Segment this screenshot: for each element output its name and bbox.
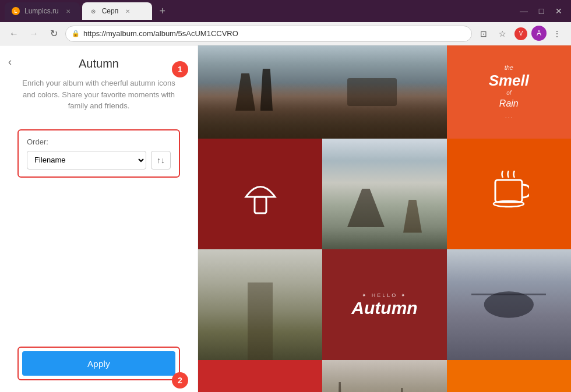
gallery-cup-tile bbox=[447, 139, 571, 249]
window-controls: — □ ✕ bbox=[516, 5, 566, 17]
tab-favicon-cern: ⊗ bbox=[89, 7, 97, 15]
gallery-farm-photo bbox=[198, 249, 322, 360]
gallery-leaf-tile bbox=[447, 360, 571, 392]
gallery-top-photo bbox=[198, 45, 447, 139]
gallery-smell-tile: the Smell of Rain · · · bbox=[447, 45, 571, 139]
tab-close-lumpics[interactable]: ✕ bbox=[64, 6, 73, 16]
address-bar[interactable]: 🔒 https://myalbum.com/album/5sAcUM1CCVRO bbox=[65, 26, 472, 42]
apply-wrapper: Apply bbox=[17, 347, 180, 380]
back-button[interactable]: ← bbox=[6, 26, 22, 42]
maximize-button[interactable]: □ bbox=[534, 5, 549, 17]
badge-2: 2 bbox=[172, 372, 188, 389]
badge-2-label: 2 bbox=[178, 376, 182, 385]
svg-rect-1 bbox=[495, 180, 522, 202]
tab-favicon-lumpics: L bbox=[12, 7, 20, 15]
tab-cern[interactable]: ⊗ Серп ✕ bbox=[82, 2, 152, 20]
tab-label-lumpics: Lumpics.ru bbox=[24, 7, 59, 15]
profile-avatar[interactable]: A bbox=[531, 26, 547, 41]
browser-window: L Lumpics.ru ✕ ⊗ Серп ✕ + — □ ✕ ← → ↻ 🔒 … bbox=[0, 0, 571, 392]
minimize-button[interactable]: — bbox=[516, 5, 531, 17]
hello-autumn-text: ✦ HELLO ✦ Autumn bbox=[351, 292, 417, 317]
gallery-hello-autumn-tile: ✦ HELLO ✦ Autumn bbox=[322, 249, 446, 360]
nav-bar: ← → ↻ 🔒 https://myalbum.com/album/5sAcUM… bbox=[0, 22, 571, 45]
badge-1-label: 1 bbox=[178, 65, 182, 74]
cup-icon bbox=[488, 171, 529, 217]
sidebar-title: Autumn bbox=[17, 57, 180, 70]
bookmark-button[interactable]: ☆ bbox=[494, 26, 510, 42]
refresh-button[interactable]: ↻ bbox=[45, 26, 62, 42]
account-button[interactable]: V bbox=[513, 26, 529, 42]
gallery-snow-photo bbox=[322, 139, 446, 249]
mushroom-icon bbox=[240, 171, 281, 217]
apply-button[interactable]: Apply bbox=[22, 351, 175, 376]
smell-text: the Smell of Rain · · · bbox=[489, 63, 529, 121]
sidebar-back-button[interactable]: ‹ bbox=[8, 56, 12, 68]
gallery-cookie-tile bbox=[198, 360, 322, 392]
tab-label-cern: Серп bbox=[102, 7, 119, 15]
add-tab-button[interactable]: + bbox=[154, 3, 171, 19]
gallery-row-4 bbox=[198, 360, 571, 392]
order-section: Order: Filename Date Name Size ↑↓ bbox=[17, 129, 180, 178]
close-button[interactable]: ✕ bbox=[551, 5, 566, 17]
content-area: ‹ Autumn Enrich your album with cheerful… bbox=[0, 45, 571, 392]
nav-actions: ⊡ ☆ V A ⋮ bbox=[475, 26, 565, 42]
menu-button[interactable]: ⋮ bbox=[549, 26, 565, 42]
order-controls: Filename Date Name Size ↑↓ bbox=[27, 151, 171, 169]
sidebar-description: Enrich your album with cheerful autumn i… bbox=[17, 77, 180, 112]
sort-direction-button[interactable]: ↑↓ bbox=[151, 151, 171, 169]
tab-lumpics[interactable]: L Lumpics.ru ✕ bbox=[5, 2, 80, 20]
gallery-row-3: ✦ HELLO ✦ Autumn bbox=[198, 249, 571, 360]
tab-close-cern[interactable]: ✕ bbox=[123, 6, 132, 16]
gallery-top-row: the Smell of Rain · · · bbox=[198, 45, 571, 139]
svg-rect-0 bbox=[255, 197, 266, 213]
lock-icon: 🔒 bbox=[72, 30, 80, 37]
badge-1: 1 bbox=[172, 61, 188, 77]
gallery[interactable]: the Smell of Rain · · · bbox=[198, 45, 571, 392]
gallery-forest-photo bbox=[322, 360, 446, 392]
forward-button[interactable]: → bbox=[26, 26, 42, 42]
profile-initial: A bbox=[537, 29, 541, 37]
translate-button[interactable]: ⊡ bbox=[475, 26, 492, 42]
sort-icon: ↑↓ bbox=[157, 156, 165, 165]
sidebar: ‹ Autumn Enrich your album with cheerful… bbox=[0, 45, 198, 392]
gallery-row-2 bbox=[198, 139, 571, 249]
title-bar: L Lumpics.ru ✕ ⊗ Серп ✕ + — □ ✕ bbox=[0, 0, 571, 22]
apply-section: Apply 2 bbox=[17, 341, 180, 380]
gallery-scifi-photo bbox=[447, 249, 571, 360]
gallery-mushroom-tile bbox=[198, 139, 322, 249]
order-select[interactable]: Filename Date Name Size bbox=[27, 151, 146, 169]
order-label: Order: bbox=[27, 137, 171, 146]
url-text: https://myalbum.com/album/5sAcUM1CCVRO bbox=[83, 29, 238, 38]
